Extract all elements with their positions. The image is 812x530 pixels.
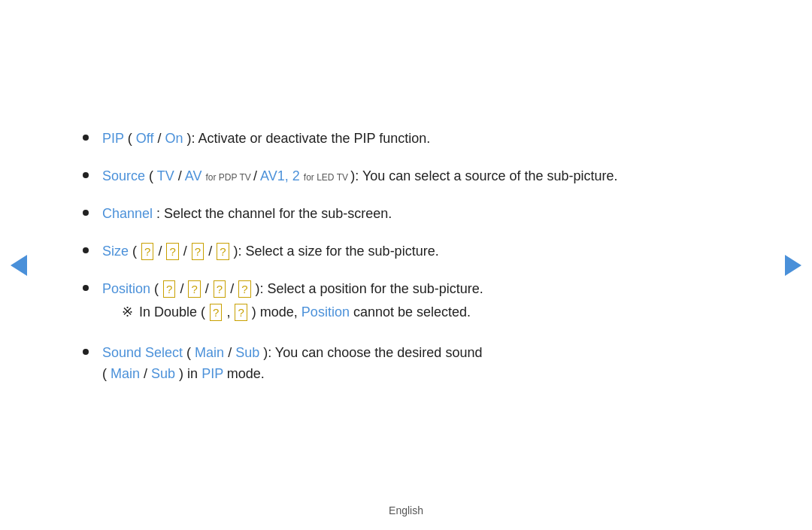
- sound-after: ) in: [179, 366, 201, 381]
- note-content: In Double ( ? , ? ) mode, Position canno…: [139, 302, 471, 323]
- source-tv: TV: [157, 168, 174, 183]
- bullet-dot: [83, 135, 89, 141]
- position-paren: (: [154, 281, 159, 296]
- source-for-led: for LED TV: [304, 172, 350, 183]
- size-desc: ): Select a size for the sub-picture.: [234, 244, 439, 259]
- size-text: Size ( ? / ? / ? / ? ): Select a size fo…: [102, 241, 729, 262]
- position-sep1: /: [180, 281, 187, 296]
- position-box1: ?: [163, 280, 175, 298]
- size-box2: ?: [166, 243, 178, 260]
- size-sep1: /: [158, 244, 165, 259]
- position-box3: ?: [214, 280, 226, 298]
- note-position-label: Position: [301, 304, 350, 320]
- size-sep2: /: [183, 244, 191, 259]
- note-box2: ?: [235, 304, 247, 321]
- position-sep2: /: [205, 281, 213, 296]
- sound-sub: Sub: [235, 345, 259, 360]
- source-av: AV: [185, 168, 202, 183]
- note-mode: ) mode,: [252, 304, 301, 320]
- source-text: Source ( TV / AV for PDP TV / AV1, 2 for…: [102, 166, 729, 187]
- sound-sub2: Sub: [151, 366, 175, 381]
- pip-label: PIP: [102, 131, 124, 146]
- channel-text: Channel : Select the channel for the sub…: [102, 204, 729, 225]
- size-space: (: [132, 244, 137, 259]
- bullet-dot: [83, 285, 89, 291]
- sound-select-text: Sound Select ( Main / Sub ): You can cho…: [102, 343, 729, 385]
- sound-main2: Main: [111, 366, 140, 381]
- source-av12: AV1, 2: [260, 168, 300, 183]
- source-slash1: /: [178, 168, 185, 183]
- note-end: cannot be selected.: [353, 304, 471, 320]
- list-item-size: Size ( ? / ? / ? / ? ): Select a size fo…: [83, 241, 729, 262]
- left-arrow-icon: [11, 255, 27, 276]
- position-desc: ): Select a position for the sub-picture…: [256, 281, 483, 296]
- source-desc: ): You can select a source of the sub-pi…: [350, 168, 617, 183]
- sound-select-label: Sound Select: [102, 345, 183, 360]
- sound-slash1: /: [228, 345, 235, 360]
- source-paren: (: [149, 168, 153, 183]
- pip-desc: ): Activate or deactivate the PIP functi…: [186, 131, 430, 146]
- note-comma: ,: [226, 304, 230, 320]
- page-container: PIP ( Off / On ): Activate or deactivate…: [0, 0, 812, 530]
- sound-end: mode.: [227, 366, 265, 381]
- pip-paren-open: (: [128, 131, 132, 146]
- sound-main: Main: [195, 345, 224, 360]
- size-box3: ?: [192, 243, 204, 260]
- pip-slash: /: [157, 131, 165, 146]
- sound-pip: PIP: [201, 366, 223, 381]
- feature-list: PIP ( Off / On ): Activate or deactivate…: [83, 129, 729, 385]
- channel-desc: : Select the channel for the sub-screen.: [156, 206, 392, 221]
- list-item-position: Position ( ? / ? / ? / ? ): Select a pos…: [83, 279, 729, 327]
- content-area: PIP ( Off / On ): Activate or deactivate…: [68, 106, 744, 424]
- source-slash2: /: [253, 168, 260, 183]
- list-item-source: Source ( TV / AV for PDP TV / AV1, 2 for…: [83, 166, 729, 187]
- sound-slash2: /: [144, 366, 151, 381]
- bullet-dot: [83, 247, 89, 253]
- size-label: Size: [102, 244, 129, 259]
- pip-text: PIP ( Off / On ): Activate or deactivate…: [102, 129, 729, 150]
- source-label: Source: [102, 168, 145, 183]
- list-item-channel: Channel : Select the channel for the sub…: [83, 204, 729, 225]
- footer-language: English: [389, 504, 423, 516]
- source-for-pdp: for PDP TV: [206, 172, 254, 183]
- size-box4: ?: [217, 243, 229, 260]
- note-symbol: ※: [122, 302, 133, 323]
- pip-off: Off: [136, 131, 154, 146]
- position-box4: ?: [238, 280, 250, 298]
- bullet-dot: [83, 172, 89, 178]
- footer-label: English: [389, 504, 423, 516]
- note-in-double: In Double (: [139, 304, 205, 320]
- right-arrow-icon: [785, 255, 801, 276]
- size-sep3: /: [208, 244, 216, 259]
- nav-arrow-left[interactable]: [8, 254, 30, 277]
- nav-arrow-right[interactable]: [782, 254, 804, 277]
- bullet-dot: [83, 210, 89, 216]
- pip-on: On: [165, 131, 183, 146]
- sound-paren: (: [186, 345, 191, 360]
- list-item-sound-select: Sound Select ( Main / Sub ): You can cho…: [83, 343, 729, 385]
- position-box2: ?: [188, 280, 200, 298]
- channel-label: Channel: [102, 206, 153, 221]
- list-item-pip: PIP ( Off / On ): Activate or deactivate…: [83, 129, 729, 150]
- position-label: Position: [102, 281, 150, 296]
- size-box1: ?: [141, 243, 153, 260]
- position-text: Position ( ? / ? / ? / ? ): Select a pos…: [102, 279, 729, 327]
- note-box1: ?: [210, 304, 222, 321]
- position-sep3: /: [230, 281, 238, 296]
- bullet-dot: [83, 349, 89, 355]
- position-note: ※ In Double ( ? , ? ) mode, Position can…: [122, 302, 729, 323]
